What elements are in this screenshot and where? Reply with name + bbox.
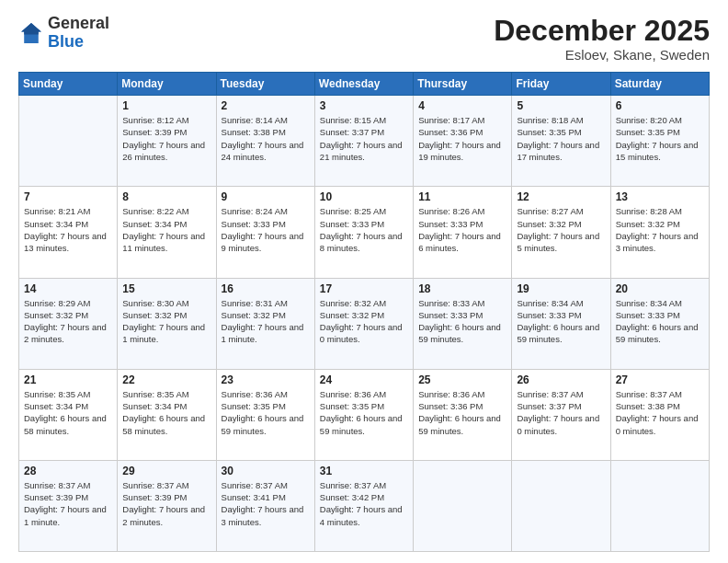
day-info: Sunrise: 8:37 AM Sunset: 3:37 PM Dayligh… xyxy=(517,388,605,437)
day-number: 28 xyxy=(24,465,112,477)
day-info: Sunrise: 8:37 AM Sunset: 3:39 PM Dayligh… xyxy=(122,479,210,528)
header-friday: Friday xyxy=(512,73,610,96)
weekday-header-row: Sunday Monday Tuesday Wednesday Thursday… xyxy=(19,73,710,96)
svg-marker-1 xyxy=(21,23,41,34)
day-info: Sunrise: 8:27 AM Sunset: 3:32 PM Dayligh… xyxy=(517,205,605,254)
calendar-cell: 24Sunrise: 8:36 AM Sunset: 3:35 PM Dayli… xyxy=(314,369,413,460)
day-number: 31 xyxy=(320,465,408,477)
calendar-cell: 22Sunrise: 8:35 AM Sunset: 3:34 PM Dayli… xyxy=(118,369,216,460)
day-info: Sunrise: 8:36 AM Sunset: 3:36 PM Dayligh… xyxy=(418,388,506,437)
day-number: 16 xyxy=(222,282,310,295)
day-info: Sunrise: 8:32 AM Sunset: 3:32 PM Dayligh… xyxy=(320,297,408,346)
day-info: Sunrise: 8:28 AM Sunset: 3:32 PM Dayligh… xyxy=(616,205,704,254)
day-info: Sunrise: 8:14 AM Sunset: 3:38 PM Dayligh… xyxy=(222,114,310,163)
day-number: 15 xyxy=(122,282,210,295)
day-info: Sunrise: 8:33 AM Sunset: 3:33 PM Dayligh… xyxy=(418,297,506,346)
header-thursday: Thursday xyxy=(414,73,512,96)
day-number: 8 xyxy=(122,190,210,203)
page: General Blue December 2025 Esloev, Skane… xyxy=(0,0,728,563)
header: General Blue December 2025 Esloev, Skane… xyxy=(18,15,710,63)
calendar-cell: 30Sunrise: 8:37 AM Sunset: 3:41 PM Dayli… xyxy=(216,460,314,551)
day-number: 1 xyxy=(122,99,210,112)
day-number: 18 xyxy=(418,282,506,295)
header-wednesday: Wednesday xyxy=(314,73,413,96)
calendar-cell xyxy=(512,460,610,551)
day-number: 4 xyxy=(418,99,506,112)
header-sunday: Sunday xyxy=(19,73,118,96)
day-info: Sunrise: 8:20 AM Sunset: 3:35 PM Dayligh… xyxy=(616,114,704,163)
day-number: 22 xyxy=(122,373,210,386)
calendar-cell: 17Sunrise: 8:32 AM Sunset: 3:32 PM Dayli… xyxy=(314,278,413,369)
day-number: 12 xyxy=(517,190,605,203)
week-row-0: 1Sunrise: 8:12 AM Sunset: 3:39 PM Daylig… xyxy=(19,96,710,187)
day-number: 14 xyxy=(24,282,112,295)
calendar-cell: 25Sunrise: 8:36 AM Sunset: 3:36 PM Dayli… xyxy=(414,369,512,460)
day-info: Sunrise: 8:31 AM Sunset: 3:32 PM Dayligh… xyxy=(222,297,310,346)
header-saturday: Saturday xyxy=(610,73,709,96)
day-info: Sunrise: 8:12 AM Sunset: 3:39 PM Dayligh… xyxy=(122,114,210,163)
day-number: 3 xyxy=(320,99,408,112)
day-number: 11 xyxy=(418,190,506,203)
day-info: Sunrise: 8:21 AM Sunset: 3:34 PM Dayligh… xyxy=(24,205,112,254)
calendar-cell: 19Sunrise: 8:34 AM Sunset: 3:33 PM Dayli… xyxy=(512,278,610,369)
day-number: 24 xyxy=(320,373,408,386)
week-row-2: 14Sunrise: 8:29 AM Sunset: 3:32 PM Dayli… xyxy=(19,278,710,369)
day-number: 10 xyxy=(320,190,408,203)
calendar-cell: 6Sunrise: 8:20 AM Sunset: 3:35 PM Daylig… xyxy=(610,96,709,187)
day-number: 13 xyxy=(616,190,704,203)
day-number: 23 xyxy=(222,373,310,386)
calendar-cell: 7Sunrise: 8:21 AM Sunset: 3:34 PM Daylig… xyxy=(19,187,118,278)
day-number: 20 xyxy=(616,282,704,295)
calendar-cell: 13Sunrise: 8:28 AM Sunset: 3:32 PM Dayli… xyxy=(610,187,709,278)
logo-general-text: General xyxy=(48,14,109,32)
calendar-cell: 12Sunrise: 8:27 AM Sunset: 3:32 PM Dayli… xyxy=(512,187,610,278)
day-number: 2 xyxy=(222,99,310,112)
logo-blue-text: Blue xyxy=(48,32,84,51)
day-info: Sunrise: 8:37 AM Sunset: 3:42 PM Dayligh… xyxy=(320,479,408,528)
calendar-cell: 14Sunrise: 8:29 AM Sunset: 3:32 PM Dayli… xyxy=(19,278,118,369)
month-title: December 2025 xyxy=(494,15,710,47)
week-row-3: 21Sunrise: 8:35 AM Sunset: 3:34 PM Dayli… xyxy=(19,369,710,460)
day-number: 29 xyxy=(122,465,210,477)
calendar-cell: 31Sunrise: 8:37 AM Sunset: 3:42 PM Dayli… xyxy=(314,460,413,551)
day-info: Sunrise: 8:34 AM Sunset: 3:33 PM Dayligh… xyxy=(616,297,704,346)
logo-icon xyxy=(18,20,44,46)
day-info: Sunrise: 8:15 AM Sunset: 3:37 PM Dayligh… xyxy=(320,114,408,163)
day-info: Sunrise: 8:34 AM Sunset: 3:33 PM Dayligh… xyxy=(517,297,605,346)
calendar-cell: 27Sunrise: 8:37 AM Sunset: 3:38 PM Dayli… xyxy=(610,369,709,460)
logo: General Blue xyxy=(18,15,109,52)
day-info: Sunrise: 8:24 AM Sunset: 3:33 PM Dayligh… xyxy=(222,205,310,254)
calendar-cell: 18Sunrise: 8:33 AM Sunset: 3:33 PM Dayli… xyxy=(414,278,512,369)
day-number: 5 xyxy=(517,99,605,112)
header-tuesday: Tuesday xyxy=(216,73,314,96)
calendar-cell: 23Sunrise: 8:36 AM Sunset: 3:35 PM Dayli… xyxy=(216,369,314,460)
week-row-1: 7Sunrise: 8:21 AM Sunset: 3:34 PM Daylig… xyxy=(19,187,710,278)
day-info: Sunrise: 8:35 AM Sunset: 3:34 PM Dayligh… xyxy=(24,388,112,437)
calendar: Sunday Monday Tuesday Wednesday Thursday… xyxy=(18,72,710,552)
calendar-cell: 21Sunrise: 8:35 AM Sunset: 3:34 PM Dayli… xyxy=(19,369,118,460)
calendar-cell: 11Sunrise: 8:26 AM Sunset: 3:33 PM Dayli… xyxy=(414,187,512,278)
calendar-cell: 16Sunrise: 8:31 AM Sunset: 3:32 PM Dayli… xyxy=(216,278,314,369)
day-info: Sunrise: 8:22 AM Sunset: 3:34 PM Dayligh… xyxy=(122,205,210,254)
calendar-cell: 3Sunrise: 8:15 AM Sunset: 3:37 PM Daylig… xyxy=(314,96,413,187)
day-number: 19 xyxy=(517,282,605,295)
calendar-cell: 10Sunrise: 8:25 AM Sunset: 3:33 PM Dayli… xyxy=(314,187,413,278)
calendar-cell: 20Sunrise: 8:34 AM Sunset: 3:33 PM Dayli… xyxy=(610,278,709,369)
calendar-cell: 8Sunrise: 8:22 AM Sunset: 3:34 PM Daylig… xyxy=(118,187,216,278)
calendar-cell: 28Sunrise: 8:37 AM Sunset: 3:39 PM Dayli… xyxy=(19,460,118,551)
day-number: 21 xyxy=(24,373,112,386)
day-info: Sunrise: 8:37 AM Sunset: 3:41 PM Dayligh… xyxy=(222,479,310,528)
calendar-cell: 26Sunrise: 8:37 AM Sunset: 3:37 PM Dayli… xyxy=(512,369,610,460)
calendar-cell: 1Sunrise: 8:12 AM Sunset: 3:39 PM Daylig… xyxy=(118,96,216,187)
day-number: 27 xyxy=(616,373,704,386)
calendar-cell: 5Sunrise: 8:18 AM Sunset: 3:35 PM Daylig… xyxy=(512,96,610,187)
day-number: 7 xyxy=(24,190,112,203)
day-number: 6 xyxy=(616,99,704,112)
calendar-cell xyxy=(19,96,118,187)
calendar-cell xyxy=(414,460,512,551)
day-info: Sunrise: 8:29 AM Sunset: 3:32 PM Dayligh… xyxy=(24,297,112,346)
header-monday: Monday xyxy=(118,73,216,96)
calendar-cell xyxy=(610,460,709,551)
day-info: Sunrise: 8:37 AM Sunset: 3:38 PM Dayligh… xyxy=(616,388,704,437)
day-number: 25 xyxy=(418,373,506,386)
